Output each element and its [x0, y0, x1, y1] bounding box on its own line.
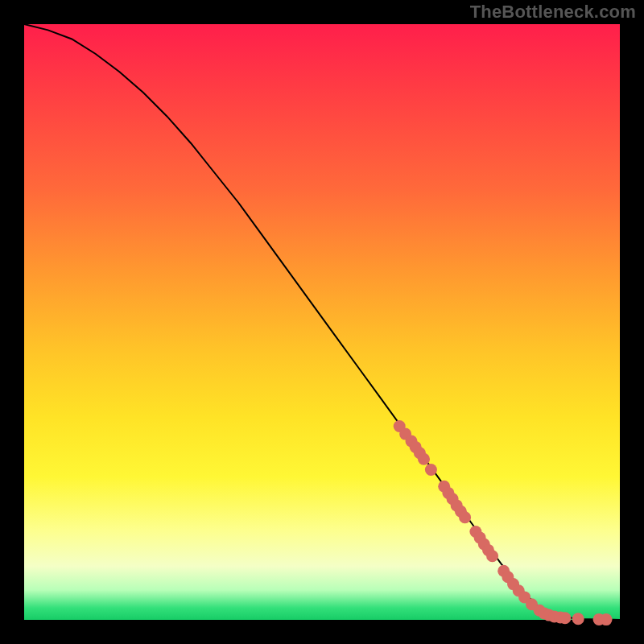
- highlight-dot: [459, 511, 471, 523]
- main-curve: [24, 24, 620, 620]
- chart-svg: [24, 24, 620, 620]
- chart-frame: TheBottleneck.com: [0, 0, 644, 644]
- watermark-text: TheBottleneck.com: [470, 2, 636, 23]
- highlight-dot: [572, 613, 584, 625]
- plot-area: [24, 24, 620, 620]
- highlight-dot: [425, 464, 437, 476]
- highlight-dot: [486, 550, 498, 562]
- highlight-dots: [394, 420, 613, 625]
- highlight-dot: [601, 613, 613, 625]
- highlight-dot: [559, 612, 571, 624]
- highlight-dot: [418, 453, 430, 465]
